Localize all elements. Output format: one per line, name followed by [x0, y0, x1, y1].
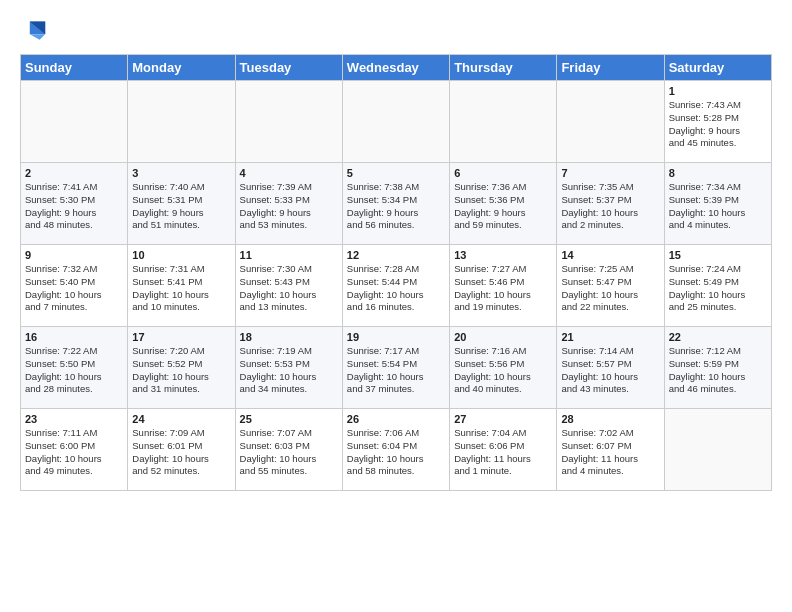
weekday-header-row: SundayMondayTuesdayWednesdayThursdayFrid… — [21, 55, 772, 81]
weekday-header-saturday: Saturday — [664, 55, 771, 81]
day-info: Sunrise: 7:02 AM Sunset: 6:07 PM Dayligh… — [561, 427, 659, 478]
day-info: Sunrise: 7:25 AM Sunset: 5:47 PM Dayligh… — [561, 263, 659, 314]
day-cell: 22Sunrise: 7:12 AM Sunset: 5:59 PM Dayli… — [664, 327, 771, 409]
day-info: Sunrise: 7:31 AM Sunset: 5:41 PM Dayligh… — [132, 263, 230, 314]
day-number: 20 — [454, 331, 552, 343]
day-cell: 24Sunrise: 7:09 AM Sunset: 6:01 PM Dayli… — [128, 409, 235, 491]
day-info: Sunrise: 7:17 AM Sunset: 5:54 PM Dayligh… — [347, 345, 445, 396]
day-info: Sunrise: 7:09 AM Sunset: 6:01 PM Dayligh… — [132, 427, 230, 478]
week-row-2: 2Sunrise: 7:41 AM Sunset: 5:30 PM Daylig… — [21, 163, 772, 245]
day-number: 16 — [25, 331, 123, 343]
day-cell — [557, 81, 664, 163]
day-cell: 19Sunrise: 7:17 AM Sunset: 5:54 PM Dayli… — [342, 327, 449, 409]
day-cell: 2Sunrise: 7:41 AM Sunset: 5:30 PM Daylig… — [21, 163, 128, 245]
day-cell — [21, 81, 128, 163]
day-cell: 9Sunrise: 7:32 AM Sunset: 5:40 PM Daylig… — [21, 245, 128, 327]
day-info: Sunrise: 7:11 AM Sunset: 6:00 PM Dayligh… — [25, 427, 123, 478]
day-cell: 20Sunrise: 7:16 AM Sunset: 5:56 PM Dayli… — [450, 327, 557, 409]
day-info: Sunrise: 7:06 AM Sunset: 6:04 PM Dayligh… — [347, 427, 445, 478]
day-number: 26 — [347, 413, 445, 425]
day-info: Sunrise: 7:30 AM Sunset: 5:43 PM Dayligh… — [240, 263, 338, 314]
day-info: Sunrise: 7:36 AM Sunset: 5:36 PM Dayligh… — [454, 181, 552, 232]
day-info: Sunrise: 7:20 AM Sunset: 5:52 PM Dayligh… — [132, 345, 230, 396]
day-cell: 1Sunrise: 7:43 AM Sunset: 5:28 PM Daylig… — [664, 81, 771, 163]
day-info: Sunrise: 7:16 AM Sunset: 5:56 PM Dayligh… — [454, 345, 552, 396]
week-row-5: 23Sunrise: 7:11 AM Sunset: 6:00 PM Dayli… — [21, 409, 772, 491]
day-number: 27 — [454, 413, 552, 425]
day-cell: 27Sunrise: 7:04 AM Sunset: 6:06 PM Dayli… — [450, 409, 557, 491]
day-info: Sunrise: 7:38 AM Sunset: 5:34 PM Dayligh… — [347, 181, 445, 232]
day-number: 5 — [347, 167, 445, 179]
day-cell: 25Sunrise: 7:07 AM Sunset: 6:03 PM Dayli… — [235, 409, 342, 491]
week-row-1: 1Sunrise: 7:43 AM Sunset: 5:28 PM Daylig… — [21, 81, 772, 163]
day-info: Sunrise: 7:34 AM Sunset: 5:39 PM Dayligh… — [669, 181, 767, 232]
day-cell — [235, 81, 342, 163]
day-number: 18 — [240, 331, 338, 343]
day-info: Sunrise: 7:22 AM Sunset: 5:50 PM Dayligh… — [25, 345, 123, 396]
day-number: 19 — [347, 331, 445, 343]
logo — [20, 16, 50, 44]
day-info: Sunrise: 7:43 AM Sunset: 5:28 PM Dayligh… — [669, 99, 767, 150]
day-info: Sunrise: 7:28 AM Sunset: 5:44 PM Dayligh… — [347, 263, 445, 314]
day-cell — [128, 81, 235, 163]
day-number: 15 — [669, 249, 767, 261]
day-number: 22 — [669, 331, 767, 343]
week-row-3: 9Sunrise: 7:32 AM Sunset: 5:40 PM Daylig… — [21, 245, 772, 327]
day-cell: 16Sunrise: 7:22 AM Sunset: 5:50 PM Dayli… — [21, 327, 128, 409]
day-number: 28 — [561, 413, 659, 425]
day-info: Sunrise: 7:40 AM Sunset: 5:31 PM Dayligh… — [132, 181, 230, 232]
day-number: 11 — [240, 249, 338, 261]
day-cell: 23Sunrise: 7:11 AM Sunset: 6:00 PM Dayli… — [21, 409, 128, 491]
day-info: Sunrise: 7:41 AM Sunset: 5:30 PM Dayligh… — [25, 181, 123, 232]
day-number: 4 — [240, 167, 338, 179]
day-number: 17 — [132, 331, 230, 343]
day-number: 3 — [132, 167, 230, 179]
day-cell: 12Sunrise: 7:28 AM Sunset: 5:44 PM Dayli… — [342, 245, 449, 327]
day-number: 13 — [454, 249, 552, 261]
day-cell — [664, 409, 771, 491]
header — [20, 16, 772, 44]
day-cell: 18Sunrise: 7:19 AM Sunset: 5:53 PM Dayli… — [235, 327, 342, 409]
weekday-header-friday: Friday — [557, 55, 664, 81]
day-info: Sunrise: 7:19 AM Sunset: 5:53 PM Dayligh… — [240, 345, 338, 396]
logo-icon — [20, 16, 48, 44]
day-info: Sunrise: 7:32 AM Sunset: 5:40 PM Dayligh… — [25, 263, 123, 314]
day-number: 1 — [669, 85, 767, 97]
day-cell: 3Sunrise: 7:40 AM Sunset: 5:31 PM Daylig… — [128, 163, 235, 245]
page: SundayMondayTuesdayWednesdayThursdayFrid… — [0, 0, 792, 501]
day-info: Sunrise: 7:14 AM Sunset: 5:57 PM Dayligh… — [561, 345, 659, 396]
day-number: 6 — [454, 167, 552, 179]
day-number: 12 — [347, 249, 445, 261]
day-cell: 14Sunrise: 7:25 AM Sunset: 5:47 PM Dayli… — [557, 245, 664, 327]
weekday-header-monday: Monday — [128, 55, 235, 81]
day-cell — [450, 81, 557, 163]
day-number: 7 — [561, 167, 659, 179]
day-cell: 8Sunrise: 7:34 AM Sunset: 5:39 PM Daylig… — [664, 163, 771, 245]
day-number: 8 — [669, 167, 767, 179]
day-number: 25 — [240, 413, 338, 425]
day-cell: 7Sunrise: 7:35 AM Sunset: 5:37 PM Daylig… — [557, 163, 664, 245]
day-number: 21 — [561, 331, 659, 343]
day-cell: 5Sunrise: 7:38 AM Sunset: 5:34 PM Daylig… — [342, 163, 449, 245]
day-cell: 17Sunrise: 7:20 AM Sunset: 5:52 PM Dayli… — [128, 327, 235, 409]
day-number: 2 — [25, 167, 123, 179]
day-number: 10 — [132, 249, 230, 261]
day-number: 9 — [25, 249, 123, 261]
day-number: 24 — [132, 413, 230, 425]
svg-marker-2 — [30, 34, 45, 40]
day-number: 23 — [25, 413, 123, 425]
day-info: Sunrise: 7:35 AM Sunset: 5:37 PM Dayligh… — [561, 181, 659, 232]
day-cell: 28Sunrise: 7:02 AM Sunset: 6:07 PM Dayli… — [557, 409, 664, 491]
day-info: Sunrise: 7:07 AM Sunset: 6:03 PM Dayligh… — [240, 427, 338, 478]
day-cell: 11Sunrise: 7:30 AM Sunset: 5:43 PM Dayli… — [235, 245, 342, 327]
day-cell: 26Sunrise: 7:06 AM Sunset: 6:04 PM Dayli… — [342, 409, 449, 491]
week-row-4: 16Sunrise: 7:22 AM Sunset: 5:50 PM Dayli… — [21, 327, 772, 409]
weekday-header-sunday: Sunday — [21, 55, 128, 81]
day-info: Sunrise: 7:04 AM Sunset: 6:06 PM Dayligh… — [454, 427, 552, 478]
day-cell: 15Sunrise: 7:24 AM Sunset: 5:49 PM Dayli… — [664, 245, 771, 327]
day-info: Sunrise: 7:24 AM Sunset: 5:49 PM Dayligh… — [669, 263, 767, 314]
day-number: 14 — [561, 249, 659, 261]
weekday-header-wednesday: Wednesday — [342, 55, 449, 81]
day-cell: 10Sunrise: 7:31 AM Sunset: 5:41 PM Dayli… — [128, 245, 235, 327]
day-cell: 4Sunrise: 7:39 AM Sunset: 5:33 PM Daylig… — [235, 163, 342, 245]
